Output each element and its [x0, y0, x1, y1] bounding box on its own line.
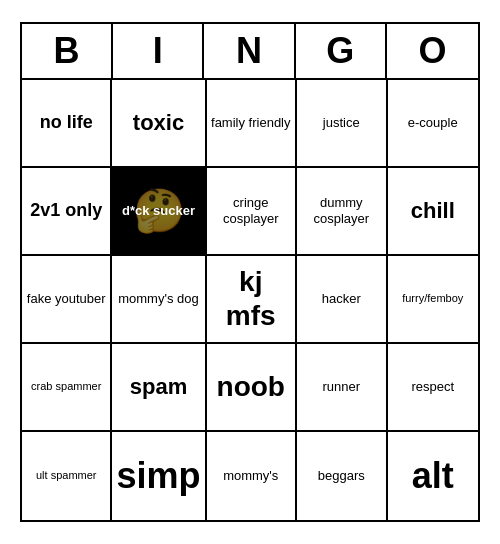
bingo-cell: 2v1 only: [22, 168, 112, 256]
bingo-grid: no lifetoxicfamily friendlyjusticee-coup…: [22, 80, 478, 520]
header-letter: O: [387, 24, 478, 78]
bingo-cell: beggars: [297, 432, 387, 520]
bingo-cell: no life: [22, 80, 112, 168]
bingo-cell: justice: [297, 80, 387, 168]
header-letter: I: [113, 24, 204, 78]
bingo-cell: chill: [388, 168, 479, 256]
bingo-cell: noob: [207, 344, 298, 432]
header-letter: N: [204, 24, 295, 78]
bingo-cell: crab spammer: [22, 344, 112, 432]
bingo-cell: kj mfs: [207, 256, 298, 344]
header-letter: G: [296, 24, 387, 78]
bingo-cell: fake youtuber: [22, 256, 112, 344]
bingo-cell: furry/femboy: [388, 256, 479, 344]
bingo-cell: hacker: [297, 256, 387, 344]
bingo-cell: alt: [388, 432, 479, 520]
bingo-cell: mommy's: [207, 432, 298, 520]
bingo-cell: ult spammer: [22, 432, 112, 520]
bingo-cell: runner: [297, 344, 387, 432]
bingo-cell: 🤔d*ck sucker: [112, 168, 206, 256]
bingo-cell: simp: [112, 432, 206, 520]
bingo-cell: toxic: [112, 80, 206, 168]
bingo-cell: mommy's dog: [112, 256, 206, 344]
header-letter: B: [22, 24, 113, 78]
bingo-card: BINGO no lifetoxicfamily friendlyjustice…: [20, 22, 480, 522]
bingo-cell: spam: [112, 344, 206, 432]
bingo-header: BINGO: [22, 24, 478, 80]
bingo-cell: cringe cosplayer: [207, 168, 298, 256]
bingo-cell: e-couple: [388, 80, 479, 168]
bingo-cell: respect: [388, 344, 479, 432]
bingo-cell: dummy cosplayer: [297, 168, 387, 256]
bingo-cell: family friendly: [207, 80, 298, 168]
